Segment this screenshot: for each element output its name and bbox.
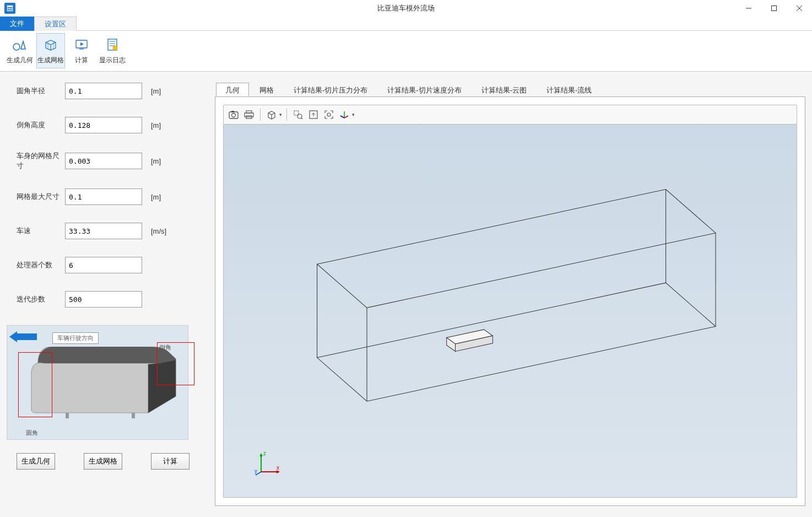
tab-mesh[interactable]: 网格 — [250, 83, 283, 96]
ribbon-compute-label: 计算 — [75, 56, 88, 65]
geometry-icon — [12, 37, 28, 52]
svg-text:y: y — [255, 468, 257, 474]
svg-rect-18 — [132, 413, 135, 418]
gen-mesh-button[interactable]: 生成网格 — [84, 453, 122, 470]
menu-file[interactable]: 文件 — [0, 17, 34, 31]
max-mesh-size-label: 网格最大尺寸 — [17, 192, 65, 202]
fillet-radius-input[interactable] — [65, 83, 142, 99]
speed-unit: [m/s] — [151, 227, 166, 235]
svg-text:x: x — [277, 465, 279, 471]
direction-label: 车辆行驶方向 — [52, 332, 99, 344]
svg-point-20 — [232, 114, 236, 117]
speed-label: 车速 — [17, 226, 65, 236]
axis-toggle-icon[interactable] — [338, 108, 351, 121]
body-mesh-size-unit: [m] — [151, 157, 161, 165]
minimize-button[interactable] — [736, 0, 761, 17]
tab-geometry[interactable]: 几何 — [216, 83, 249, 96]
viewer-toolbar: ▾ ▾ — [223, 105, 797, 125]
svg-rect-22 — [246, 111, 252, 113]
tab-contour[interactable]: 计算结果-云图 — [472, 83, 536, 96]
svg-rect-4 — [772, 6, 777, 11]
svg-rect-19 — [229, 112, 238, 119]
fillet-caption: 圆角 — [26, 429, 38, 437]
svg-line-27 — [301, 118, 302, 119]
svg-text:z: z — [263, 450, 266, 456]
svg-line-32 — [340, 116, 344, 118]
titlebar: 比亚迪车模外流场 — [0, 0, 812, 17]
maximize-button[interactable] — [761, 0, 787, 17]
close-button[interactable] — [787, 0, 812, 17]
window-title: 比亚迪车模外流场 — [377, 3, 435, 13]
iterations-label: 迭代步数 — [17, 294, 65, 304]
chamfer-caption: 倒角 — [159, 343, 171, 352]
axis-gizmo: z x y — [255, 449, 282, 476]
ribbon-show-log[interactable]: 显示日志 — [98, 33, 127, 68]
zoom-selection-icon[interactable] — [322, 108, 335, 121]
viewer-tabs: 几何 网格 计算结果-切片压力分布 计算结果-切片速度分布 计算结果-云图 计算… — [215, 83, 805, 97]
ribbon: 生成几何 生成网格 计算 显示日志 — [0, 31, 812, 72]
3d-viewport[interactable]: z x y — [223, 125, 797, 498]
menu-tabs: 文件 设置区 — [0, 17, 812, 31]
iterations-input[interactable] — [65, 291, 142, 308]
gen-geometry-button[interactable]: 生成几何 — [17, 453, 55, 470]
dropdown-caret-icon[interactable]: ▾ — [352, 112, 355, 117]
body-mesh-size-label: 车身的网格尺寸 — [17, 151, 65, 171]
direction-arrow-icon — [9, 331, 37, 342]
log-icon — [105, 37, 120, 52]
parameters-panel: 圆角半径 [m] 倒角高度 [m] 车身的网格尺寸 [m] 网格最大尺寸 [m]… — [7, 83, 205, 506]
ribbon-show-log-label: 显示日志 — [99, 56, 126, 65]
mesh-icon — [43, 37, 58, 52]
tab-streamline[interactable]: 计算结果-流线 — [537, 83, 601, 96]
max-mesh-size-input[interactable] — [65, 189, 142, 205]
svg-rect-1 — [8, 7, 13, 8]
chamfer-height-input[interactable] — [65, 117, 142, 133]
dropdown-caret-icon[interactable]: ▾ — [279, 112, 282, 117]
compute-button[interactable]: 计算 — [151, 453, 190, 470]
fillet-radius-unit: [m] — [151, 87, 161, 95]
svg-point-26 — [297, 114, 302, 119]
tab-slice-pressure[interactable]: 计算结果-切片压力分布 — [284, 83, 377, 96]
svg-line-31 — [344, 116, 348, 118]
body-mesh-size-input[interactable] — [65, 153, 142, 169]
zoom-extents-icon[interactable] — [307, 108, 320, 121]
svg-point-29 — [327, 113, 331, 116]
ribbon-gen-geometry-label: 生成几何 — [7, 56, 33, 65]
print-icon[interactable] — [242, 108, 256, 121]
svg-rect-23 — [245, 113, 253, 117]
svg-point-16 — [113, 46, 117, 50]
svg-rect-17 — [66, 413, 69, 418]
cpu-count-label: 处理器个数 — [17, 260, 65, 270]
ribbon-gen-mesh-label: 生成网格 — [37, 56, 64, 65]
ribbon-gen-geometry[interactable]: 生成几何 — [6, 33, 34, 68]
tab-slice-velocity[interactable]: 计算结果-切片速度分布 — [378, 83, 470, 96]
app-icon — [4, 3, 15, 14]
ribbon-compute[interactable]: 计算 — [67, 33, 96, 68]
svg-rect-2 — [8, 9, 13, 10]
svg-marker-38 — [259, 453, 263, 456]
max-mesh-size-unit: [m] — [151, 193, 161, 201]
reference-diagram: 车辆行驶方向 圆角 倒角 — [7, 325, 188, 440]
compute-icon — [74, 37, 89, 52]
svg-point-7 — [13, 44, 20, 50]
ribbon-gen-mesh[interactable]: 生成网格 — [36, 33, 65, 68]
fillet-radius-label: 圆角半径 — [17, 86, 65, 96]
viewer-panel: 几何 网格 计算结果-切片压力分布 计算结果-切片速度分布 计算结果-云图 计算… — [215, 83, 805, 506]
snapshot-icon[interactable] — [227, 108, 240, 121]
svg-rect-21 — [231, 111, 234, 112]
geometry-wireframe — [224, 125, 797, 497]
chamfer-height-unit: [m] — [151, 121, 161, 130]
fillet-highlight — [18, 352, 52, 417]
cpu-count-input[interactable] — [65, 257, 142, 273]
menu-settings[interactable]: 设置区 — [34, 17, 77, 31]
zoom-window-icon[interactable] — [291, 108, 305, 121]
view-cube-icon[interactable] — [265, 108, 278, 121]
chamfer-height-label: 倒角高度 — [17, 120, 65, 130]
speed-input[interactable] — [65, 223, 142, 239]
